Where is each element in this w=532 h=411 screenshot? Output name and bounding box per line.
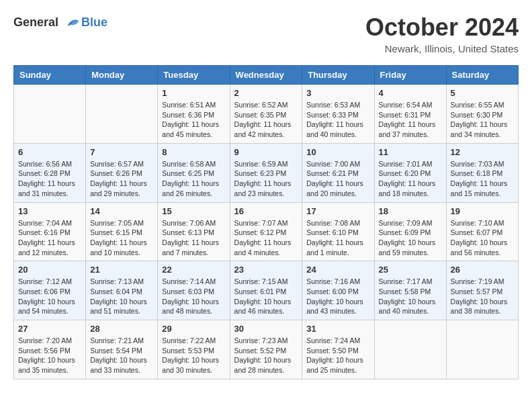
- cell-line: Sunrise: 7:07 AM: [234, 218, 298, 228]
- cell-line: Sunrise: 7:10 AM: [451, 218, 514, 228]
- cell-content: Sunrise: 6:53 AMSunset: 6:33 PMDaylight:…: [306, 100, 369, 140]
- cell-line: Sunrise: 7:08 AM: [306, 218, 369, 228]
- calendar-cell: 8Sunrise: 6:58 AMSunset: 6:25 PMDaylight…: [158, 143, 230, 202]
- calendar-cell: 26Sunrise: 7:19 AMSunset: 5:57 PMDayligh…: [446, 261, 518, 320]
- calendar-cell: [374, 320, 446, 379]
- day-header-monday: Monday: [86, 66, 158, 85]
- cell-line: Daylight: 10 hours and 25 minutes.: [306, 355, 369, 375]
- cell-content: Sunrise: 7:19 AMSunset: 5:57 PMDaylight:…: [451, 277, 514, 316]
- cell-line: Daylight: 10 hours and 46 minutes.: [234, 297, 298, 316]
- cell-content: Sunrise: 7:22 AMSunset: 5:53 PMDaylight:…: [162, 336, 225, 375]
- calendar-cell: [86, 85, 158, 144]
- calendar-cell: 16Sunrise: 7:07 AMSunset: 6:12 PMDayligh…: [230, 202, 302, 261]
- calendar-table: SundayMondayTuesdayWednesdayThursdayFrid…: [13, 65, 519, 379]
- cell-line: Sunset: 6:06 PM: [18, 287, 81, 297]
- day-number: 26: [451, 265, 514, 275]
- day-number: 29: [162, 324, 225, 334]
- cell-line: Daylight: 11 hours and 15 minutes.: [451, 179, 514, 198]
- cell-line: Daylight: 10 hours and 54 minutes.: [18, 297, 81, 316]
- day-number: 11: [379, 147, 442, 157]
- cell-line: Sunset: 5:53 PM: [162, 346, 225, 356]
- cell-line: Sunset: 6:28 PM: [18, 169, 81, 179]
- calendar-header-row: SundayMondayTuesdayWednesdayThursdayFrid…: [14, 66, 519, 85]
- day-number: 31: [306, 324, 369, 334]
- cell-line: Daylight: 11 hours and 29 minutes.: [90, 179, 153, 198]
- cell-line: Sunset: 6:03 PM: [162, 287, 225, 297]
- cell-line: Daylight: 10 hours and 48 minutes.: [162, 297, 225, 316]
- day-number: 22: [162, 265, 225, 275]
- cell-content: Sunrise: 7:07 AMSunset: 6:12 PMDaylight:…: [234, 218, 298, 258]
- title-block: October 2024 Newark, Illinois, United St…: [365, 13, 519, 54]
- location-text: Newark, Illinois, United States: [365, 43, 519, 54]
- cell-content: Sunrise: 6:58 AMSunset: 6:25 PMDaylight:…: [162, 159, 225, 199]
- calendar-cell: [446, 320, 518, 379]
- logo: General Blue: [13, 13, 107, 32]
- cell-line: Sunrise: 7:05 AM: [90, 218, 153, 228]
- calendar-cell: 3Sunrise: 6:53 AMSunset: 6:33 PMDaylight…: [302, 85, 374, 144]
- calendar-cell: 30Sunrise: 7:23 AMSunset: 5:52 PMDayligh…: [230, 320, 302, 379]
- cell-line: Sunrise: 7:21 AM: [90, 336, 153, 346]
- cell-content: Sunrise: 7:14 AMSunset: 6:03 PMDaylight:…: [162, 277, 225, 316]
- calendar-cell: 24Sunrise: 7:16 AMSunset: 6:00 PMDayligh…: [302, 261, 374, 320]
- cell-content: Sunrise: 7:23 AMSunset: 5:52 PMDaylight:…: [234, 336, 298, 375]
- cell-line: Sunset: 6:36 PM: [162, 110, 225, 120]
- cell-line: Sunrise: 7:17 AM: [379, 277, 442, 287]
- day-number: 7: [90, 147, 153, 157]
- cell-line: Sunset: 5:58 PM: [379, 287, 442, 297]
- cell-line: Sunrise: 7:06 AM: [162, 218, 225, 228]
- cell-content: Sunrise: 7:01 AMSunset: 6:20 PMDaylight:…: [379, 159, 442, 199]
- cell-line: Sunrise: 6:57 AM: [90, 159, 153, 169]
- cell-line: Daylight: 10 hours and 59 minutes.: [379, 238, 442, 257]
- cell-line: Daylight: 10 hours and 51 minutes.: [90, 297, 153, 316]
- cell-line: Sunset: 6:01 PM: [234, 287, 298, 297]
- cell-line: Sunset: 6:18 PM: [451, 169, 514, 179]
- cell-line: Daylight: 11 hours and 12 minutes.: [18, 238, 81, 257]
- cell-line: Sunset: 6:21 PM: [306, 169, 369, 179]
- cell-content: Sunrise: 7:00 AMSunset: 6:21 PMDaylight:…: [306, 159, 369, 199]
- day-number: 6: [18, 147, 81, 157]
- cell-line: Sunrise: 7:23 AM: [234, 336, 298, 346]
- day-header-friday: Friday: [374, 66, 446, 85]
- cell-line: Sunrise: 7:24 AM: [306, 336, 369, 346]
- cell-line: Daylight: 10 hours and 40 minutes.: [379, 297, 442, 316]
- day-number: 8: [162, 147, 225, 157]
- cell-content: Sunrise: 6:57 AMSunset: 6:26 PMDaylight:…: [90, 159, 153, 199]
- cell-line: Sunset: 6:07 PM: [451, 228, 514, 238]
- day-number: 17: [306, 206, 369, 216]
- cell-line: Sunset: 5:57 PM: [451, 287, 514, 297]
- cell-line: Daylight: 10 hours and 56 minutes.: [451, 238, 514, 257]
- cell-line: Sunrise: 7:01 AM: [379, 159, 442, 169]
- cell-line: Daylight: 11 hours and 1 minute.: [306, 238, 369, 257]
- cell-line: Sunrise: 7:03 AM: [451, 159, 514, 169]
- cell-line: Daylight: 11 hours and 40 minutes.: [306, 120, 369, 139]
- cell-line: Sunrise: 7:00 AM: [306, 159, 369, 169]
- cell-content: Sunrise: 6:55 AMSunset: 6:30 PMDaylight:…: [451, 100, 514, 140]
- cell-line: Sunset: 6:26 PM: [90, 169, 153, 179]
- calendar-cell: 6Sunrise: 6:56 AMSunset: 6:28 PMDaylight…: [14, 143, 86, 202]
- cell-content: Sunrise: 7:20 AMSunset: 5:56 PMDaylight:…: [18, 336, 81, 375]
- cell-content: Sunrise: 7:10 AMSunset: 6:07 PMDaylight:…: [451, 218, 514, 258]
- cell-line: Sunset: 6:00 PM: [306, 287, 369, 297]
- day-number: 12: [451, 147, 514, 157]
- cell-line: Sunset: 6:12 PM: [234, 228, 298, 238]
- calendar-week-row: 13Sunrise: 7:04 AMSunset: 6:16 PMDayligh…: [14, 202, 519, 261]
- cell-content: Sunrise: 7:03 AMSunset: 6:18 PMDaylight:…: [451, 159, 514, 199]
- day-header-sunday: Sunday: [14, 66, 86, 85]
- cell-line: Sunset: 6:15 PM: [90, 228, 153, 238]
- day-header-saturday: Saturday: [446, 66, 518, 85]
- day-number: 18: [379, 206, 442, 216]
- logo-line1: General: [13, 15, 58, 29]
- cell-line: Sunrise: 7:22 AM: [162, 336, 225, 346]
- cell-line: Sunset: 6:33 PM: [306, 110, 369, 120]
- calendar-week-row: 20Sunrise: 7:12 AMSunset: 6:06 PMDayligh…: [14, 261, 519, 320]
- cell-content: Sunrise: 7:17 AMSunset: 5:58 PMDaylight:…: [379, 277, 442, 316]
- cell-line: Daylight: 11 hours and 20 minutes.: [306, 179, 369, 198]
- calendar-cell: 13Sunrise: 7:04 AMSunset: 6:16 PMDayligh…: [14, 202, 86, 261]
- cell-line: Sunset: 6:30 PM: [451, 110, 514, 120]
- calendar-cell: 22Sunrise: 7:14 AMSunset: 6:03 PMDayligh…: [158, 261, 230, 320]
- cell-line: Sunset: 6:10 PM: [306, 228, 369, 238]
- cell-line: Sunset: 5:50 PM: [306, 346, 369, 356]
- calendar-cell: 25Sunrise: 7:17 AMSunset: 5:58 PMDayligh…: [374, 261, 446, 320]
- day-number: 16: [234, 206, 298, 216]
- calendar-week-row: 27Sunrise: 7:20 AMSunset: 5:56 PMDayligh…: [14, 320, 519, 379]
